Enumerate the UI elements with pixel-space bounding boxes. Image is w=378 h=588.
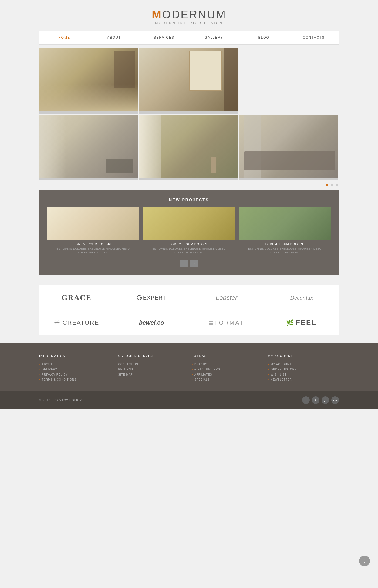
projects-grid: LOREM IPSUM DOLORE EST OMNIS DOLORES ERE… [47,207,331,254]
footer-col-extras: EXTRAS BRANDS GIFT VOUCHERS AFFILIATES S… [192,354,263,383]
gallery-grid [39,48,339,180]
projects-nav: ‹ › [47,260,331,267]
project-card-3: LOREM IPSUM DOLORE EST OMNIS DOLORES ERE… [239,207,331,254]
footer-link-orders[interactable]: ORDER HISTORY [268,368,339,371]
project-img-3[interactable] [239,207,331,240]
project-img-1[interactable] [47,207,139,240]
gallery-dots [39,182,339,187]
creature-icon: ✳ [54,318,60,327]
copyright-text: © 2012 | [39,398,53,402]
footer-link-brands[interactable]: BRANDS [192,363,263,366]
new-projects-title: NEW PROJECTS [47,198,331,202]
main-nav: HOME ABOUT SERVICES GALLERY BLOG CONTACT… [39,31,339,45]
footer-link-affiliates[interactable]: AFFILIATES [192,373,263,376]
logo-rest: ODERNUM [162,8,226,21]
bewel-logo: bewel.co [139,319,164,326]
footer-customer-title: CUSTOMER SERVICE [116,354,187,359]
nav-about[interactable]: ABOUT [89,31,139,44]
nav-contacts[interactable]: CONTACTS [289,31,339,44]
footer-account-title: MY ACCOUNT [268,354,339,359]
project-card-2: LOREM IPSUM DOLORE EST OMNIS DOLORES ERE… [143,207,235,254]
social-rss[interactable]: rss [331,396,339,404]
gallery-item-bot-right[interactable] [239,115,338,180]
partner-lobster: Lobster [189,285,264,310]
dot-3[interactable] [336,184,338,186]
separator-2 [39,339,339,339]
footer-col-information: INFORMATION ABOUT DELIVERY PRIVACY POLIC… [39,354,110,383]
logo-text: MODERNUM [152,8,226,21]
logo-container: MODERNUM MODERN INTERIOR DESIGN [152,8,226,25]
partners-row-1: GRACE EXPERT Lobster Decor.lux [39,285,339,310]
separator-1 [39,281,339,281]
partner-format: FORMAT [189,310,264,335]
nav-home[interactable]: HOME [39,31,89,44]
new-projects-section: NEW PROJECTS LOREM IPSUM DOLORE EST OMNI… [39,190,339,275]
logo-m: M [152,8,162,21]
footer-link-about[interactable]: ABOUT [39,363,110,366]
social-icons: f t g+ rss [302,396,339,404]
projects-next[interactable]: › [190,260,198,267]
expert-circle-icon [137,295,142,300]
project-card-1: LOREM IPSUM DOLORE EST OMNIS DOLORES ERE… [47,207,139,254]
project-desc-1: EST OMNIS DOLORES ERELEDUSE MPQUISBA MET… [47,247,139,254]
privacy-policy-link[interactable]: PRIVACY POLICY [54,398,82,402]
footer-top: INFORMATION ABOUT DELIVERY PRIVACY POLIC… [0,343,378,391]
nav-blog[interactable]: BLOG [239,31,289,44]
nav-services[interactable]: SERVICES [139,31,189,44]
feel-leaf-icon: 🌿 [286,319,294,326]
expert-logo: EXPERT [137,295,166,301]
project-desc-2: EST OMNIS DOLORES ERELEDUSE MPQUISBA MET… [143,247,235,254]
dot-2[interactable] [331,184,333,186]
decor-logo: Decor.lux [290,294,313,301]
gallery-item-top-right[interactable] [139,48,238,114]
social-facebook[interactable]: f [302,396,310,404]
project-desc-3: EST OMNIS DOLORES ERELEDUSE MPQUISBA MET… [239,247,331,254]
gallery-section [39,48,339,187]
lobster-logo: Lobster [216,294,237,301]
footer-link-contact[interactable]: CONTACT US [116,363,187,366]
footer-information-title: INFORMATION [39,354,110,359]
partner-grace: GRACE [39,285,114,310]
project-title-3: LOREM IPSUM DOLORE [239,242,331,246]
partners-row-2: ✳ CREATURE bewel.co FORMAT 🌿 FEEL [39,310,339,335]
project-img-2[interactable] [143,207,235,240]
footer-col-account: MY ACCOUNT MY ACCOUNT ORDER HISTORY WISH… [268,354,339,383]
projects-prev[interactable]: ‹ [180,260,188,267]
project-title-2: LOREM IPSUM DOLORE [143,242,235,246]
footer-cols: INFORMATION ABOUT DELIVERY PRIVACY POLIC… [39,354,339,383]
partner-feel: 🌿 FEEL [264,310,339,335]
feel-logo: 🌿 FEEL [286,318,317,327]
gallery-item-bot-large[interactable] [39,115,138,180]
social-gplus[interactable]: g+ [322,396,329,404]
header: MODERNUM MODERN INTERIOR DESIGN [0,0,378,31]
footer-copyright: © 2012 | PRIVACY POLICY [39,398,82,402]
partners-section: GRACE EXPERT Lobster Decor.lux ✳ CREATUR… [39,285,339,335]
footer-link-privacy[interactable]: PRIVACY POLICY [39,373,110,376]
footer-col-customer: CUSTOMER SERVICE CONTACT US RETURNS SITE… [116,354,187,383]
gallery-item-bot-left[interactable] [139,115,238,180]
footer-link-myaccount[interactable]: MY ACCOUNT [268,363,339,366]
logo-sub: MODERN INTERIOR DESIGN [152,21,226,25]
partner-creature: ✳ CREATURE [39,310,114,335]
footer-link-delivery[interactable]: DELIVERY [39,368,110,371]
footer-link-terms[interactable]: TERMS & CONDITIONS [39,378,110,381]
partner-decor: Decor.lux [264,285,339,310]
grace-logo: GRACE [62,293,92,302]
footer-bottom: © 2012 | PRIVACY POLICY f t g+ rss [0,391,378,409]
format-logo: FORMAT [209,319,244,326]
nav-gallery[interactable]: GALLERY [189,31,239,44]
footer-link-returns[interactable]: RETURNS [116,368,187,371]
footer-link-specials[interactable]: SPECIALS [192,378,263,381]
project-title-1: LOREM IPSUM DOLORE [47,242,139,246]
footer-link-newsletter[interactable]: NEWSLETTER [268,378,339,381]
creature-logo: ✳ CREATURE [54,318,99,327]
gallery-item-top-mid[interactable] [39,48,138,114]
footer-link-vouchers[interactable]: GIFT VOUCHERS [192,368,263,371]
partner-expert: EXPERT [114,285,189,310]
footer-link-wishlist[interactable]: WISH LIST [268,373,339,376]
partner-bewel: bewel.co [114,310,189,335]
footer-link-sitemap[interactable]: SITE MAP [116,373,187,376]
social-twitter[interactable]: t [312,396,319,404]
dot-active[interactable] [326,184,328,186]
footer-extras-title: EXTRAS [192,354,263,359]
